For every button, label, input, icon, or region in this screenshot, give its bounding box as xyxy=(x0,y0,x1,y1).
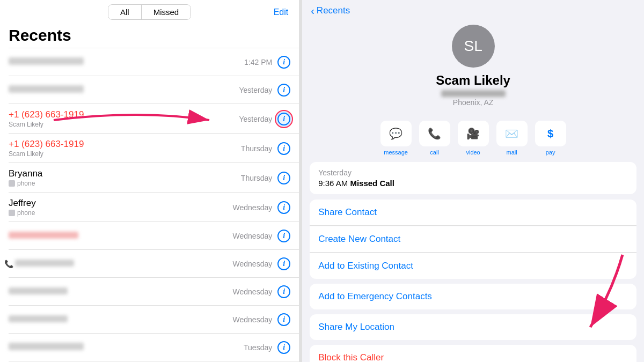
call-time: Tuesday xyxy=(244,343,272,352)
call-info xyxy=(9,342,244,353)
share-location-item[interactable]: Share My Location xyxy=(310,314,636,340)
info-button[interactable]: i xyxy=(277,230,290,242)
message-action-wrap: 💬 message xyxy=(380,121,412,156)
call-info: Bryanna phone xyxy=(9,168,241,187)
call-subtitle: phone xyxy=(9,209,233,217)
call-detail-card: Yesterday 9:36 AM Missed Call xyxy=(310,162,636,194)
call-time: Wednesday xyxy=(233,232,273,240)
phone-icon-small xyxy=(9,210,15,216)
call-info xyxy=(9,231,233,241)
call-info xyxy=(9,286,233,297)
call-action-wrap: 📞 call xyxy=(419,121,450,156)
back-button[interactable]: ‹ Recents xyxy=(311,5,350,16)
list-item: 1:42 PM i xyxy=(0,48,299,76)
call-name xyxy=(15,258,233,269)
call-label: call xyxy=(430,149,439,156)
emergency-contacts-item[interactable]: Add to Emergency Contacts xyxy=(310,284,636,309)
list-item: Wednesday i xyxy=(0,306,299,334)
share-contact-item[interactable]: Share Contact xyxy=(310,200,636,226)
contact-name: Scam Likely xyxy=(436,73,510,88)
call-time: Yesterday xyxy=(239,86,272,94)
mail-action-button[interactable]: ✉️ xyxy=(496,121,528,146)
list-item: Bryanna phone Thursday i xyxy=(0,163,299,193)
add-existing-item[interactable]: Add to Existing Contact xyxy=(310,253,636,279)
list-item: +1 (623) 663-1919 Scam Likely Thursday i xyxy=(0,134,299,163)
phone-icon: 📞 xyxy=(4,260,13,268)
tab-group: All Missed xyxy=(108,4,191,20)
info-button[interactable]: i xyxy=(277,56,290,69)
back-label: Recents xyxy=(317,5,350,16)
call-name: Bryanna xyxy=(9,168,241,179)
message-action-button[interactable]: 💬 xyxy=(380,121,412,146)
call-action-button[interactable]: 📞 xyxy=(419,121,450,146)
tab-bar: All Missed Edit xyxy=(0,0,299,24)
pay-action-wrap: $ pay xyxy=(535,121,566,156)
info-button[interactable]: i xyxy=(277,172,290,184)
action-list: Share Contact Create New Contact Add to … xyxy=(310,200,636,362)
pay-action-button[interactable]: $ xyxy=(535,121,566,146)
video-label: video xyxy=(466,149,480,156)
left-panel: All Missed Edit Recents 1:42 PM i Yester… xyxy=(0,0,299,362)
page-title: Recents xyxy=(0,24,299,48)
video-icon: 🎥 xyxy=(466,127,480,140)
call-info: +1 (623) 663-1919 Scam Likely xyxy=(9,109,239,128)
info-button[interactable]: i xyxy=(277,201,290,214)
call-right: Wednesday i xyxy=(233,257,291,270)
call-name: Jeffrey xyxy=(9,198,233,209)
call-info xyxy=(15,258,233,269)
call-time: 1:42 PM xyxy=(244,58,272,67)
info-button[interactable]: i xyxy=(277,285,290,298)
call-info xyxy=(9,314,233,325)
chevron-left-icon: ‹ xyxy=(311,5,314,16)
call-right: Thursday i xyxy=(241,142,290,155)
tab-all[interactable]: All xyxy=(108,5,142,19)
list-item: Wednesday i xyxy=(0,222,299,250)
call-right: 1:42 PM i xyxy=(244,56,290,69)
right-header: ‹ Recents xyxy=(302,0,644,19)
list-item: Wednesday i xyxy=(0,278,299,306)
pay-icon: $ xyxy=(547,128,553,140)
info-button[interactable]: i xyxy=(277,313,290,326)
call-name xyxy=(9,314,233,325)
info-button[interactable]: i xyxy=(277,142,290,155)
info-button[interactable]: i xyxy=(277,341,290,354)
call-name-missed: +1 (623) 663-1919 xyxy=(9,139,241,150)
message-icon: 💬 xyxy=(389,127,402,140)
edit-button[interactable]: Edit xyxy=(274,8,289,17)
call-right: Wednesday i xyxy=(233,230,291,242)
call-name xyxy=(9,286,233,297)
create-contact-item[interactable]: Create New Contact xyxy=(310,226,636,253)
call-detail-time: 9:36 AM Missed Call xyxy=(318,179,628,188)
call-right: Thursday i xyxy=(241,172,290,184)
call-name-missed: +1 (623) 663-1919 xyxy=(9,109,239,120)
call-name xyxy=(9,342,244,353)
message-label: message xyxy=(384,149,408,156)
call-info: Jeffrey phone xyxy=(9,198,233,217)
call-time: Wednesday xyxy=(233,203,273,212)
block-caller-item[interactable]: Block this Caller xyxy=(310,345,636,362)
call-right: Tuesday i xyxy=(244,341,290,354)
mail-icon: ✉️ xyxy=(505,127,518,140)
call-name xyxy=(9,57,244,68)
info-button[interactable]: i xyxy=(277,84,290,97)
call-info xyxy=(9,57,244,68)
call-list: 1:42 PM i Yesterday i +1 (623) 663-1919 … xyxy=(0,48,299,362)
call-time: Wednesday xyxy=(233,260,273,268)
mail-label: mail xyxy=(507,149,517,156)
call-subtitle: Scam Likely xyxy=(9,121,239,128)
call-time: Wednesday xyxy=(233,287,273,296)
video-action-button[interactable]: 🎥 xyxy=(458,121,489,146)
tab-missed[interactable]: Missed xyxy=(142,5,191,19)
list-item: Tuesday i xyxy=(0,334,299,361)
contact-location: Phoenix, AZ xyxy=(453,98,494,107)
call-right: Wednesday i xyxy=(233,201,291,214)
video-action-wrap: 🎥 video xyxy=(458,121,489,156)
contact-number-blurred xyxy=(441,90,506,97)
info-button-highlighted[interactable]: i xyxy=(277,113,290,125)
mail-action-wrap: ✉️ mail xyxy=(496,121,528,156)
list-item: +1 (623) 663-1919 Scam Likely Yesterday … xyxy=(0,104,299,134)
contact-header: SL Scam Likely Phoenix, AZ xyxy=(302,19,644,115)
info-button[interactable]: i xyxy=(277,257,290,270)
call-name xyxy=(9,85,239,95)
right-panel: ‹ Recents SL Scam Likely Phoenix, AZ 💬 m… xyxy=(302,0,644,362)
